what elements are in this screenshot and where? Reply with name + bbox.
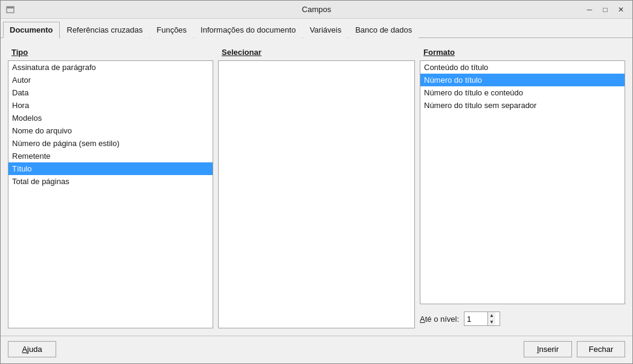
list-item[interactable]: Remetente bbox=[8, 150, 213, 162]
maximize-button[interactable]: □ bbox=[599, 3, 612, 16]
window-title: Campos bbox=[302, 5, 331, 14]
footer-right: Inserir Fechar bbox=[524, 341, 625, 357]
formato-item-conteudo[interactable]: Conteúdo do título bbox=[420, 61, 625, 74]
spinbox-up-button[interactable]: ▲ bbox=[487, 312, 495, 319]
window-controls: ─ □ ✕ bbox=[583, 3, 628, 16]
list-item[interactable]: Assinatura de parágrafo bbox=[8, 61, 213, 74]
tab-informacoes-do-documento[interactable]: Informações do documento bbox=[194, 22, 303, 38]
formato-listbox[interactable]: Conteúdo do título Número do título Núme… bbox=[420, 60, 625, 304]
minimize-button[interactable]: ─ bbox=[583, 3, 596, 16]
nivel-label: Até o nível: bbox=[420, 315, 459, 324]
list-item[interactable]: Data bbox=[8, 86, 213, 99]
divider-2 bbox=[415, 45, 420, 328]
formato-header: Formato bbox=[420, 45, 625, 60]
list-item[interactable]: Número de página (sem estilo) bbox=[8, 137, 213, 150]
nivel-input[interactable] bbox=[464, 313, 487, 325]
list-item[interactable]: Total de páginas bbox=[8, 175, 213, 188]
formato-item-numero[interactable]: Número do título bbox=[420, 74, 625, 86]
list-item[interactable]: Modelos bbox=[8, 112, 213, 124]
spinbox-down-button[interactable]: ▼ bbox=[487, 319, 495, 325]
window-icon bbox=[5, 5, 15, 14]
tab-documento[interactable]: Documento bbox=[3, 22, 60, 38]
columns-area: Tipo Assinatura de parágrafo Autor Data … bbox=[8, 45, 625, 328]
footer: Ajuda Inserir Fechar bbox=[1, 336, 632, 363]
titlebar: Campos ─ □ ✕ bbox=[1, 1, 632, 19]
tab-variaveis[interactable]: Variáveis bbox=[303, 22, 349, 38]
tipo-listbox[interactable]: Assinatura de parágrafo Autor Data Hora … bbox=[8, 60, 213, 328]
svg-rect-1 bbox=[7, 7, 14, 8]
close-button[interactable]: ✕ bbox=[614, 3, 628, 16]
main-window: Campos ─ □ ✕ Documento Referências cruza… bbox=[0, 0, 633, 364]
selecionar-column: Selecionar bbox=[218, 45, 415, 328]
help-button[interactable]: Ajuda bbox=[8, 341, 56, 357]
list-item-titulo[interactable]: Título bbox=[8, 162, 213, 175]
main-content: Tipo Assinatura de parágrafo Autor Data … bbox=[1, 38, 632, 336]
insert-button[interactable]: Inserir bbox=[524, 341, 572, 357]
tab-banco-de-dados[interactable]: Banco de dados bbox=[349, 22, 419, 38]
close-button[interactable]: Fechar bbox=[577, 341, 625, 357]
spinbox-buttons: ▲ ▼ bbox=[487, 312, 495, 325]
tab-bar: Documento Referências cruzadas Funções I… bbox=[1, 19, 632, 38]
nivel-area: Até o nível: ▲ ▼ bbox=[420, 309, 625, 328]
list-item[interactable]: Nome do arquivo bbox=[8, 124, 213, 137]
formato-item-numero-sem-separador[interactable]: Número do título sem separador bbox=[420, 99, 625, 112]
list-item[interactable]: Autor bbox=[8, 74, 213, 86]
tab-referencias-cruzadas[interactable]: Referências cruzadas bbox=[60, 22, 150, 38]
list-item[interactable]: Hora bbox=[8, 99, 213, 112]
tipo-column: Tipo Assinatura de parágrafo Autor Data … bbox=[8, 45, 213, 328]
formato-item-numero-conteudo[interactable]: Número do título e conteúdo bbox=[420, 86, 625, 99]
formato-column: Formato Conteúdo do título Número do tít… bbox=[420, 45, 625, 328]
divider-1 bbox=[213, 45, 218, 328]
tipo-header: Tipo bbox=[8, 45, 213, 60]
selecionar-header: Selecionar bbox=[218, 45, 415, 60]
selecionar-listbox[interactable] bbox=[218, 60, 415, 328]
tab-funcoes[interactable]: Funções bbox=[150, 22, 193, 38]
nivel-spinbox[interactable]: ▲ ▼ bbox=[464, 311, 500, 326]
